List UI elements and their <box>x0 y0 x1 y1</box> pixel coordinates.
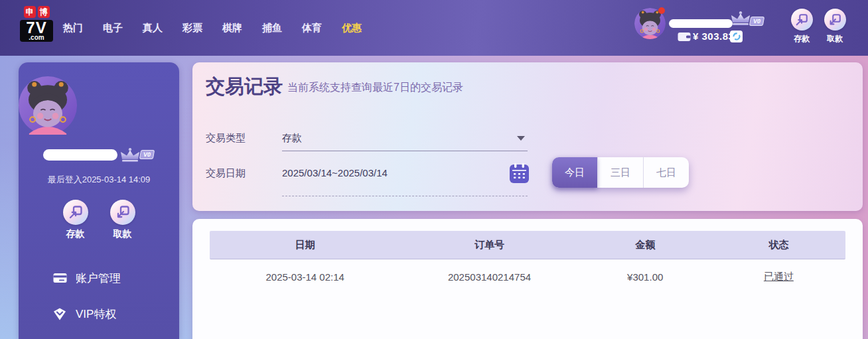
date-field-underline <box>282 196 528 196</box>
withdraw-icon <box>828 13 842 27</box>
vip-level-badge: V0 <box>749 17 764 26</box>
username-redacted <box>669 19 733 28</box>
bank-card-icon <box>53 272 67 284</box>
sidebar-withdraw-label: 取款 <box>108 228 137 240</box>
nav-item-fishing[interactable]: 捕鱼 <box>261 22 283 34</box>
range-3days-button[interactable]: 三日 <box>597 157 643 188</box>
sidebar-withdraw-button[interactable]: 取款 <box>108 200 137 240</box>
table-header-row: 日期 订单号 金额 状态 <box>210 231 845 259</box>
nav-item-boardgames[interactable]: 棋牌 <box>222 22 243 34</box>
sidebar-item-label: VIP特权 <box>76 306 116 322</box>
vip-gem-icon <box>53 308 67 320</box>
header-order-no: 订单号 <box>400 239 578 251</box>
nav-item-slots[interactable]: 电子 <box>102 22 123 34</box>
header-status: 状态 <box>712 239 845 251</box>
wallet-icon <box>678 32 691 42</box>
vip-crown-icon <box>731 11 751 26</box>
page-background: V0 最后登入2025-03-14 14:09 存款 取款 <box>0 56 868 339</box>
deposit-icon <box>68 204 84 220</box>
nav-item-promotions[interactable]: 优惠 <box>341 22 362 34</box>
nav-item-lottery[interactable]: 彩票 <box>182 22 203 34</box>
sidebar-menu: 账户管理 VIP特权 红利红包 <box>19 260 179 339</box>
refresh-icon <box>732 32 741 41</box>
row-date: 2025-03-14 02:14 <box>210 271 400 283</box>
page-subtitle: 当前系统支持查询最近7日的交易记录 <box>287 81 463 95</box>
transaction-table: 日期 订单号 金额 状态 2025-03-14 02:14 2025031402… <box>210 231 845 294</box>
chevron-down-icon[interactable] <box>517 136 525 141</box>
withdraw-label: 取款 <box>820 33 850 44</box>
row-order-no: 202503140214754 <box>400 271 578 283</box>
calendar-icon <box>510 163 529 183</box>
range-today-button[interactable]: 今日 <box>552 157 597 188</box>
transaction-date-label: 交易日期 <box>206 167 246 180</box>
transaction-type-label: 交易类型 <box>206 132 246 145</box>
last-login-text: 最后登入2025-03-14 14:09 <box>19 174 179 186</box>
user-avatar[interactable] <box>634 8 666 39</box>
page-title: 交易记录 <box>206 76 283 97</box>
notification-dot-icon <box>658 7 665 14</box>
transaction-date-input[interactable]: 2025/03/14~2025/03/14 <box>282 167 388 178</box>
nav-item-sports[interactable]: 体育 <box>301 22 323 34</box>
refresh-balance-button[interactable] <box>730 31 743 42</box>
header-date: 日期 <box>210 239 400 251</box>
transaction-type-select[interactable]: 存款 <box>282 132 302 145</box>
deposit-button[interactable]: 存款 <box>786 9 817 44</box>
withdraw-icon <box>115 204 131 220</box>
sidebar-item-label: 账户管理 <box>76 271 121 286</box>
logo-badge-right: 博 <box>38 6 50 18</box>
nav-item-hot[interactable]: 热门 <box>62 22 84 34</box>
sidebar-vip-level-badge: V0 <box>139 150 155 159</box>
logo-text: 7V <box>21 21 52 35</box>
transaction-table-panel: 日期 订单号 金额 状态 2025-03-14 02:14 2025031402… <box>192 219 863 339</box>
table-row: 2025-03-14 02:14 202503140214754 ¥301.00… <box>210 259 845 294</box>
sidebar-item-bonus[interactable]: 红利红包 <box>19 332 179 339</box>
sidebar-username-redacted <box>43 149 117 161</box>
sidebar-item-vip[interactable]: VIP特权 <box>19 296 179 332</box>
sidebar-deposit-button[interactable]: 存款 <box>61 200 90 240</box>
sidebar-vip-crown-icon <box>120 147 140 163</box>
header-amount: 金额 <box>579 239 712 251</box>
row-status-link[interactable]: 已通过 <box>764 271 794 282</box>
deposit-label: 存款 <box>786 33 817 44</box>
sidebar: V0 最后登入2025-03-14 14:09 存款 取款 <box>19 62 179 339</box>
sidebar-deposit-label: 存款 <box>61 228 90 240</box>
type-field-underline <box>282 151 528 151</box>
site-logo[interactable]: 申 博 7V .com <box>20 6 53 42</box>
deposit-icon <box>794 13 809 27</box>
sidebar-avatar[interactable] <box>19 76 77 135</box>
sidebar-item-account[interactable]: 账户管理 <box>19 260 179 296</box>
top-navbar: 申 博 7V .com 热门 电子 真人 彩票 棋牌 捕鱼 体育 优惠 V0 ¥… <box>0 0 868 56</box>
main-nav: 热门 电子 真人 彩票 棋牌 捕鱼 体育 优惠 <box>62 0 381 56</box>
withdraw-button[interactable]: 取款 <box>820 9 850 44</box>
date-range-buttons: 今日 三日 七日 <box>552 157 689 188</box>
nav-item-live[interactable]: 真人 <box>142 22 163 34</box>
calendar-button[interactable] <box>510 163 529 186</box>
range-7days-button[interactable]: 七日 <box>643 157 689 188</box>
transaction-filter-panel: 交易记录 当前系统支持查询最近7日的交易记录 交易类型 存款 交易日期 2025… <box>192 62 863 211</box>
logo-badge-left: 申 <box>24 6 36 18</box>
balance-amount: ¥ 303.83 <box>693 31 734 42</box>
row-amount: ¥301.00 <box>579 271 712 283</box>
logo-main: 7V .com <box>20 20 53 42</box>
